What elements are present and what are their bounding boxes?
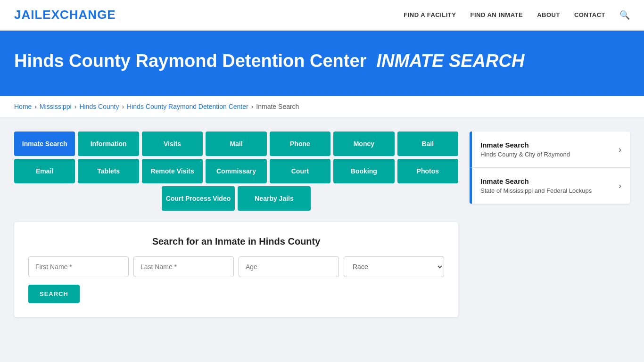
nav-find-inmate[interactable]: FIND AN INMATE: [470, 11, 523, 18]
tab-phone[interactable]: Phone: [270, 132, 330, 156]
tabs-row-2: Email Tablets Remote Visits Commissary C…: [14, 159, 458, 183]
tab-money[interactable]: Money: [333, 132, 394, 156]
race-select[interactable]: Race White Black Hispanic Asian Other: [344, 256, 444, 277]
age-input[interactable]: [239, 256, 339, 277]
breadcrumb: Home › Mississippi › Hinds County › Hind…: [0, 96, 644, 117]
tab-remote-visits[interactable]: Remote Visits: [142, 159, 203, 183]
search-box-title: Search for an Inmate in Hinds County: [28, 236, 444, 247]
search-button[interactable]: SEARCH: [28, 285, 80, 303]
tab-commissary[interactable]: Commissary: [206, 159, 266, 183]
logo-jail: JAIL: [14, 8, 42, 22]
tab-court[interactable]: Court: [270, 159, 330, 183]
sidebar-item-mississippi-text: Inmate Search State of Mississippi and F…: [480, 177, 592, 194]
tab-visits[interactable]: Visits: [142, 132, 203, 156]
breadcrumb-sep-2: ›: [74, 103, 77, 110]
breadcrumb-sep-3: ›: [122, 103, 124, 110]
first-name-input[interactable]: [28, 256, 129, 277]
nav-links: FIND A FACILITY FIND AN INMATE ABOUT CON…: [404, 10, 630, 20]
title-normal: Hinds County Raymond Detention Center: [14, 51, 366, 71]
tab-email[interactable]: Email: [14, 159, 75, 183]
main-content: Inmate Search Information Visits Mail Ph…: [0, 117, 644, 331]
tab-bail[interactable]: Bail: [397, 132, 458, 156]
tab-mail[interactable]: Mail: [206, 132, 266, 156]
tab-court-process-video[interactable]: Court Process Video: [162, 186, 235, 211]
sidebar-hinds-subtitle: Hinds County & City of Raymond: [480, 151, 570, 158]
search-icon[interactable]: 🔍: [619, 10, 630, 20]
tabs-row-3: Court Process Video Nearby Jails: [14, 186, 458, 211]
title-italic: INMATE SEARCH: [377, 51, 525, 71]
sidebar-mississippi-subtitle: State of Mississippi and Federal Lockups: [480, 187, 592, 194]
left-column: Inmate Search Information Visits Mail Ph…: [14, 132, 458, 317]
breadcrumb-home[interactable]: Home: [14, 103, 32, 110]
sidebar-hinds-title: Inmate Search: [480, 141, 570, 149]
logo-exchange: EXCHANGE: [42, 8, 116, 22]
breadcrumb-hinds-county[interactable]: Hinds County: [79, 103, 119, 110]
tabs-row-1: Inmate Search Information Visits Mail Ph…: [14, 132, 458, 156]
site-logo[interactable]: JAILEXCHANGE: [14, 8, 116, 22]
tab-inmate-search[interactable]: Inmate Search: [14, 132, 75, 156]
tab-nearby-jails[interactable]: Nearby Jails: [238, 186, 311, 211]
breadcrumb-facility[interactable]: Hinds County Raymond Detention Center: [127, 103, 248, 110]
tab-booking[interactable]: Booking: [333, 159, 394, 183]
nav-contact[interactable]: CONTACT: [574, 11, 605, 18]
sidebar-item-hinds-text: Inmate Search Hinds County & City of Ray…: [480, 141, 570, 158]
inmate-search-box: Search for an Inmate in Hinds County Rac…: [14, 222, 458, 317]
nav-find-facility[interactable]: FIND A FACILITY: [404, 11, 456, 18]
tab-information[interactable]: Information: [78, 132, 139, 156]
breadcrumb-sep-1: ›: [34, 103, 37, 110]
hero-banner: Hinds County Raymond Detention Center IN…: [0, 31, 644, 96]
tab-photos[interactable]: Photos: [397, 159, 458, 183]
sidebar-card: Inmate Search Hinds County & City of Ray…: [470, 132, 630, 204]
nav-about[interactable]: ABOUT: [537, 11, 560, 18]
page-title: Hinds County Raymond Detention Center IN…: [14, 49, 630, 73]
breadcrumb-sep-4: ›: [251, 103, 254, 110]
search-fields: Race White Black Hispanic Asian Other: [28, 256, 444, 277]
chevron-down-icon: ›: [619, 145, 621, 155]
sidebar-item-mississippi[interactable]: Inmate Search State of Mississippi and F…: [470, 168, 630, 204]
sidebar-mississippi-title: Inmate Search: [480, 177, 592, 185]
last-name-input[interactable]: [133, 256, 234, 277]
navbar: JAILEXCHANGE FIND A FACILITY FIND AN INM…: [0, 0, 644, 31]
breadcrumb-mississippi[interactable]: Mississippi: [40, 103, 72, 110]
tab-tablets[interactable]: Tablets: [78, 159, 139, 183]
chevron-down-icon-2: ›: [619, 181, 621, 191]
right-sidebar: Inmate Search Hinds County & City of Ray…: [470, 132, 630, 204]
breadcrumb-current: Inmate Search: [256, 103, 299, 110]
sidebar-item-hinds[interactable]: Inmate Search Hinds County & City of Ray…: [470, 132, 630, 168]
